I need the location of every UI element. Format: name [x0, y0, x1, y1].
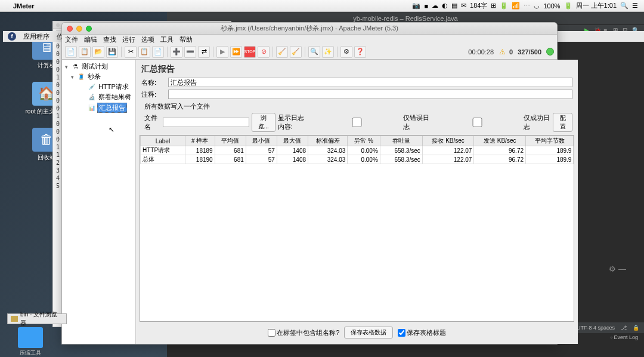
- status-icon[interactable]: 📷: [412, 2, 420, 10]
- function-button[interactable]: ⚙: [340, 46, 352, 58]
- menu-help[interactable]: 帮助: [179, 35, 193, 44]
- battery-icon[interactable]: 🔋: [564, 2, 572, 10]
- table-header[interactable]: 最大值: [277, 136, 308, 146]
- clear-all-button[interactable]: 🧹: [290, 46, 302, 58]
- paste-button[interactable]: 📄: [152, 46, 164, 58]
- new-button[interactable]: 📄: [65, 46, 77, 58]
- browse-button[interactable]: 浏览...: [252, 113, 275, 132]
- taskbar-file-browser[interactable]: bin - 文件浏览器: [7, 313, 67, 324]
- status-icon[interactable]: ▤: [451, 2, 457, 10]
- file-row: 文件名 浏览... 显示日志内容: 仅错误日志 仅成功日志 配置: [138, 112, 575, 133]
- table-header[interactable]: 接收 KB/sec: [422, 136, 474, 146]
- table-header[interactable]: 异常 %: [348, 136, 380, 146]
- shutdown-button[interactable]: ⊘: [258, 46, 270, 58]
- copy-button[interactable]: 📋: [138, 46, 150, 58]
- fedora-icon[interactable]: f: [8, 32, 16, 41]
- separator: [273, 47, 273, 57]
- menubar-app-name[interactable]: JMeter: [13, 2, 34, 10]
- menu-file[interactable]: 文件: [65, 35, 78, 44]
- ime-status[interactable]: 184字: [470, 1, 487, 10]
- menu-find[interactable]: 查找: [103, 35, 116, 44]
- thread-counter: 327/500: [518, 48, 541, 56]
- search-icon[interactable]: 🔍: [620, 2, 628, 10]
- test-plan-tree[interactable]: ▾ ⚗ 测试计划 ▾ 🧵 秒杀 💉 HTTP请求 🔬 察看结果树 📊 汇总报告: [62, 60, 136, 344]
- only-success-checkbox[interactable]: [432, 118, 522, 127]
- window-dot[interactable]: [56, 23, 60, 27]
- close-icon[interactable]: [67, 26, 73, 32]
- table-header[interactable]: 最小值: [246, 136, 277, 146]
- configure-button[interactable]: 配置: [553, 113, 572, 132]
- battery-percent[interactable]: 100%: [543, 2, 560, 10]
- table-cell: 324.03: [308, 146, 348, 155]
- table-header[interactable]: 发送 KB/sec: [474, 136, 526, 146]
- menu-edit[interactable]: 编辑: [84, 35, 97, 44]
- status-icon[interactable]: ■: [424, 2, 428, 10]
- table-row[interactable]: 总体18190681571408324.030.00%658.3/sec122.…: [141, 155, 574, 164]
- menu-icon[interactable]: ☰: [632, 2, 638, 10]
- collapse-icon[interactable]: ▾: [65, 64, 71, 70]
- table-header[interactable]: 平均字节数: [526, 136, 574, 146]
- stop-button[interactable]: STOP: [244, 46, 256, 58]
- table-header[interactable]: Label: [141, 136, 185, 146]
- open-button[interactable]: 📂: [92, 46, 104, 58]
- template-button[interactable]: 📋: [79, 46, 91, 58]
- expand-button[interactable]: ➕: [171, 46, 182, 58]
- status-icon[interactable]: ⊞: [491, 2, 496, 10]
- menu-run[interactable]: 运行: [122, 35, 135, 44]
- gear-icon[interactable]: ⚙ —: [609, 264, 626, 273]
- status-icon[interactable]: 📶: [512, 2, 520, 10]
- tree-test-plan[interactable]: ▾ ⚗ 测试计划: [64, 61, 134, 72]
- summary-table[interactable]: Label# 样本平均值最小值最大值标准偏差异常 %吞吐量接收 KB/sec发送…: [140, 135, 574, 322]
- toggle-button[interactable]: ⇄: [198, 46, 210, 58]
- collapse-icon[interactable]: ▾: [71, 74, 77, 80]
- jmeter-titlebar[interactable]: 秒杀.jmx (/Users/chenyanbin/秒杀.jmx) - Apac…: [62, 23, 557, 35]
- tree-view-results[interactable]: 🔬 察看结果树: [64, 92, 134, 102]
- cut-button[interactable]: ✂: [125, 46, 137, 58]
- dock-compress-tool[interactable]: 压缩工具: [18, 327, 43, 357]
- comment-input[interactable]: [168, 90, 572, 99]
- name-input[interactable]: [168, 78, 572, 87]
- menu-option[interactable]: 选项: [141, 35, 154, 44]
- tree-summary-report[interactable]: 📊 汇总报告: [64, 102, 134, 113]
- tree-thread-group[interactable]: ▾ 🧵 秒杀: [64, 72, 134, 82]
- table-cell: 96.72: [474, 146, 526, 155]
- table-row[interactable]: HTTP请求18189681571408324.030.00%658.3/sec…: [141, 146, 574, 155]
- menu-apps[interactable]: 应用程序: [23, 32, 49, 41]
- table-cell: 1408: [277, 146, 308, 155]
- cloud-icon[interactable]: ◐: [442, 2, 448, 10]
- event-log-tab[interactable]: ▫ Event Log: [611, 334, 638, 340]
- minimize-icon[interactable]: [76, 26, 82, 32]
- status-icon[interactable]: ✉: [461, 2, 466, 10]
- help-button[interactable]: ❓: [354, 46, 366, 58]
- save-table-data-button[interactable]: 保存表格数据: [344, 327, 393, 338]
- lock-icon[interactable]: 🔒: [633, 325, 639, 331]
- only-errors-checkbox[interactable]: [312, 118, 402, 127]
- table-header[interactable]: # 样本: [185, 136, 215, 146]
- table-header[interactable]: 吞吐量: [380, 136, 422, 146]
- status-icon[interactable]: ☁: [432, 2, 438, 10]
- clock[interactable]: 周一 上午1:01: [576, 1, 617, 10]
- table-cell: 658.3/sec: [380, 155, 422, 164]
- name-row: 名称:: [138, 76, 575, 88]
- table-header[interactable]: 标准偏差: [308, 136, 348, 146]
- separator: [213, 47, 213, 57]
- menu-tool[interactable]: 工具: [160, 35, 174, 44]
- table-header[interactable]: 平均值: [215, 136, 246, 146]
- status-icon[interactable]: ⋯: [524, 2, 530, 10]
- warning-icon[interactable]: ⚠: [499, 48, 506, 56]
- save-button[interactable]: 💾: [106, 46, 118, 58]
- table-cell: 1408: [277, 155, 308, 164]
- maximize-icon[interactable]: [86, 26, 92, 32]
- save-header-checkbox[interactable]: [398, 329, 405, 337]
- collapse-button[interactable]: ➖: [184, 46, 196, 58]
- tree-http-request[interactable]: 💉 HTTP请求: [64, 82, 134, 92]
- include-group-checkbox[interactable]: [268, 329, 275, 337]
- wifi-icon[interactable]: ◡: [534, 2, 540, 10]
- start-button[interactable]: ▶: [216, 46, 228, 58]
- start-no-timer-button[interactable]: ⏩: [230, 46, 242, 58]
- reset-search-button[interactable]: ✨: [322, 46, 334, 58]
- git-icon[interactable]: ⎇: [621, 325, 627, 331]
- status-icon[interactable]: 🔋: [500, 2, 508, 10]
- search-button[interactable]: 🔍: [308, 46, 320, 58]
- clear-button[interactable]: 🧹: [276, 46, 288, 58]
